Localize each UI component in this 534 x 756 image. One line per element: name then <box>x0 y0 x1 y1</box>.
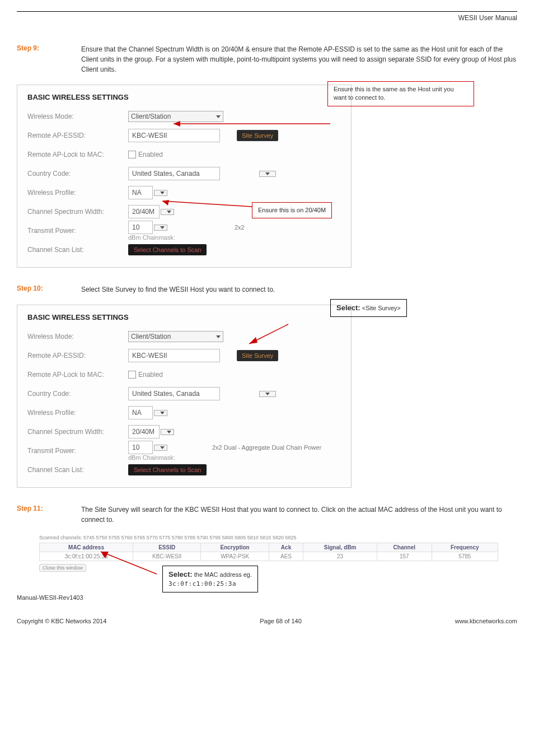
site-survey-button[interactable]: Site Survey <box>237 350 278 361</box>
country-input[interactable]: United States, Canada <box>128 167 220 180</box>
footer-left-2: Copyright © KBC Networks 2014 <box>17 618 106 624</box>
survey-table: MAC address ESSID Encryption Ack Signal,… <box>39 543 498 561</box>
panel-2-wrap: BASIC WIRELESS SETTINGS Wireless Mode: C… <box>17 305 517 488</box>
chevron-down-icon <box>167 431 171 433</box>
label-scan: Channel Scan List: <box>27 246 128 254</box>
label-spectrum: Channel Spectrum Width: <box>27 428 128 436</box>
cell-signal: 23 <box>303 552 377 561</box>
width-select[interactable] <box>161 209 174 215</box>
chain-text: 2x2 Dual - Aggregate Dual Chain Power <box>212 444 321 451</box>
survey-block: Scanned channels: 5745 5750 5755 5760 57… <box>39 535 517 572</box>
footer-center: Page 68 of 140 <box>260 618 302 624</box>
panel-1-wrap: BASIC WIRELESS SETTINGS Wireless Mode: C… <box>17 85 517 268</box>
step-10: Step 10: Select Site Survey to find the … <box>17 284 517 295</box>
step-label: Step 11: <box>17 505 81 525</box>
cell-freq: 5785 <box>432 552 498 561</box>
country-input[interactable]: United States, Canada <box>128 387 220 400</box>
scan-channels-button[interactable]: Select Channels to Scan <box>128 244 207 255</box>
th-signal: Signal, dBm <box>303 543 377 552</box>
essid-input[interactable]: KBC-WESII <box>128 349 220 362</box>
chain-partial: 2x2 <box>235 224 245 231</box>
scan-channels-button[interactable]: Select Channels to Scan <box>128 464 207 475</box>
power-select[interactable] <box>154 225 167 231</box>
label-remote-essid: Remote AP-ESSID: <box>27 132 128 139</box>
width-select[interactable] <box>161 429 174 435</box>
chevron-down-icon <box>265 393 270 395</box>
country-select[interactable] <box>259 171 276 177</box>
th-essid: ESSID <box>133 543 201 552</box>
label-wireless-mode: Wireless Mode: <box>27 333 128 340</box>
settings-panel-1: BASIC WIRELESS SETTINGS Wireless Mode: C… <box>17 85 352 268</box>
footer-left-1: Manual-WESII-Rev1403 <box>17 594 517 601</box>
th-freq: Frequency <box>432 543 498 552</box>
step-text: Select Site Survey to find the WESII Hos… <box>81 284 275 295</box>
enabled-checkbox[interactable] <box>128 371 136 379</box>
th-channel: Channel <box>377 543 432 552</box>
dbm-label: dBm Chainmask: <box>128 454 321 461</box>
width-input[interactable]: 20/40M <box>128 205 160 218</box>
th-ack: Ack <box>269 543 303 552</box>
wireless-mode-select[interactable]: Client/Station <box>128 111 223 122</box>
width-input[interactable]: 20/40M <box>128 425 160 438</box>
cell-mac: 3c:0f:c1:00:25:3a <box>40 552 133 561</box>
footer-right: www.kbcnetworks.com <box>455 618 517 624</box>
callout-mac: Select: the MAC address eg. 3c:0f:c1:00:… <box>162 566 258 592</box>
step-label: Step 9: <box>17 44 81 74</box>
table-row[interactable]: 3c:0f:c1:00:25:3a KBC-WESII WPA2-PSK AES… <box>40 552 498 561</box>
chevron-down-icon <box>167 211 171 213</box>
enabled-label: Enabled <box>138 151 163 158</box>
profile-select[interactable] <box>154 190 167 196</box>
label-remote-essid: Remote AP-ESSID: <box>27 352 128 360</box>
label-spectrum: Channel Spectrum Width: <box>27 208 128 216</box>
label-ap-lock: Remote AP-Lock to MAC: <box>27 371 128 379</box>
step-label: Step 10: <box>17 284 81 295</box>
label-wireless-mode: Wireless Mode: <box>27 113 128 120</box>
page-footer: Copyright © KBC Networks 2014 Page 68 of… <box>17 618 517 624</box>
site-survey-button[interactable]: Site Survey <box>237 130 278 141</box>
label-profile: Wireless Profile: <box>27 409 128 417</box>
profile-input[interactable]: NA <box>128 406 153 419</box>
step-9: Step 9: Ensure that the Channel Spectrum… <box>17 44 517 74</box>
label-ap-lock: Remote AP-Lock to MAC: <box>27 151 128 158</box>
step-text: Ensure that the Channel Spectrum Width i… <box>81 44 517 74</box>
power-input[interactable]: 10 <box>128 221 153 234</box>
step-text: The Site Survey will search for the KBC … <box>81 505 517 525</box>
panel-title: BASIC WIRELESS SETTINGS <box>27 93 341 101</box>
dbm-label: dBm Chainmask: <box>128 234 245 241</box>
label-scan: Channel Scan List: <box>27 466 128 474</box>
chevron-down-icon <box>160 412 165 414</box>
profile-input[interactable]: NA <box>128 186 153 199</box>
chevron-down-icon <box>216 335 221 338</box>
callout-essid: Ensure this is the same as the Host unit… <box>327 81 474 106</box>
page-header: WESII User Manual <box>17 14 517 22</box>
wireless-mode-select[interactable]: Client/Station <box>128 331 223 342</box>
chevron-down-icon <box>160 446 165 449</box>
label-profile: Wireless Profile: <box>27 189 128 197</box>
essid-input[interactable]: KBC-WESII <box>128 129 220 142</box>
label-power: Transmit Power: <box>27 447 128 455</box>
power-input[interactable]: 10 <box>128 441 153 454</box>
label-country: Country Code: <box>27 390 128 398</box>
step-11: Step 11: The Site Survey will search for… <box>17 505 517 525</box>
table-header-row: MAC address ESSID Encryption Ack Signal,… <box>40 543 498 552</box>
callout-select-survey: Select: <Site Survey> <box>330 299 407 317</box>
chevron-down-icon <box>160 226 165 229</box>
power-select[interactable] <box>154 445 167 451</box>
enabled-checkbox[interactable] <box>128 151 136 158</box>
close-window-button[interactable]: Close this window <box>39 564 86 572</box>
chevron-down-icon <box>160 192 165 194</box>
cell-enc: WPA2-PSK <box>201 552 269 561</box>
chevron-down-icon <box>216 115 221 118</box>
cell-ack: AES <box>269 552 303 561</box>
cell-essid: KBC-WESII <box>133 552 201 561</box>
callout-width: Ensure this is on 20/40M <box>252 202 332 218</box>
profile-select[interactable] <box>154 410 167 416</box>
th-mac: MAC address <box>40 543 133 552</box>
panel-title: BASIC WIRELESS SETTINGS <box>27 313 341 321</box>
cell-channel: 157 <box>377 552 432 561</box>
settings-panel-2: BASIC WIRELESS SETTINGS Wireless Mode: C… <box>17 305 352 488</box>
label-power: Transmit Power: <box>27 227 128 235</box>
th-enc: Encryption <box>201 543 269 552</box>
country-select[interactable] <box>259 391 276 397</box>
label-country: Country Code: <box>27 170 128 178</box>
